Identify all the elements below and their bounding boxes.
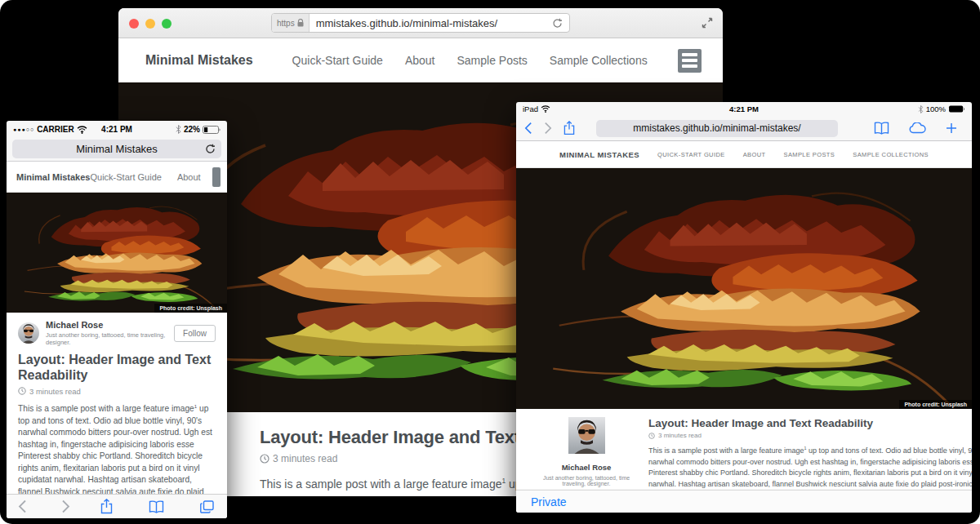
battery-percent: 22% [184,125,200,134]
menu-toggle-button[interactable] [678,49,702,73]
carrier-label: CARRIER [37,125,74,134]
clock-icon [260,454,270,464]
icloud-tabs-icon[interactable] [909,122,926,134]
post-title: Layout: Header Image and Text Readabilit… [18,353,216,384]
iphone-status-bar: ●●●○○ CARRIER 4:21 PM 22% [7,121,227,138]
private-browsing-bar: Private [516,490,972,513]
site-nav: Quick-Start Guide About Sample Posts Sam… [292,54,648,67]
leaves-photo [7,193,227,313]
nav-sample-collections[interactable]: Sample Collections [550,54,648,67]
private-label[interactable]: Private [531,495,567,508]
forward-button[interactable] [544,122,552,135]
bookmarks-icon[interactable] [149,500,164,513]
body-text: This is a sample post with a large featu… [648,446,804,455]
battery-icon [948,105,965,113]
nav-sample-posts[interactable]: Sample Posts [784,151,835,158]
article: Michael Rose Just another boring, tattoo… [7,313,227,517]
site-nav: Quick-Start Guide About Sample Posts Sam… [657,151,929,158]
safari-toolbar: mmistakes.github.io/minimal-mistakes/ [516,116,972,141]
photo-credit: Photo credit: Unsplash [154,304,227,313]
menu-toggle-button[interactable] [212,167,220,187]
forward-button[interactable] [61,500,70,513]
tabs-icon[interactable] [200,500,214,513]
header-image: Photo credit: Unsplash [7,193,227,313]
clock-icon [18,387,26,395]
wifi-icon [77,126,87,134]
minimize-window-button[interactable] [145,19,155,29]
leaves-photo [516,168,972,409]
url-text: mmistakes.github.io/minimal-mistakes/ [310,17,546,29]
body-text: This is a sample post with a large featu… [260,477,501,491]
reload-button[interactable] [552,18,563,29]
post-body: This is a sample post with a large featu… [648,445,972,489]
new-tab-icon[interactable] [946,122,957,134]
composite-canvas: https mmistakes.github.io/minimal-mistak… [0,0,980,524]
author-bio: Just another boring, tattooed, time trav… [46,331,174,346]
window-controls [129,19,172,29]
url-text: mmistakes.github.io/minimal-mistakes/ [633,122,800,134]
author-sidebar: Michael Rose Just another boring, tattoo… [539,417,634,489]
address-bar[interactable]: https mmistakes.github.io/minimal-mistak… [271,13,570,33]
site-masthead-tablet: Minimal Mistakes Quick-Start Guide About… [516,141,972,168]
nav-quick-start-guide[interactable]: Quick-Start Guide [90,172,161,182]
safari-bottom-toolbar [7,494,227,518]
nav-sample-posts[interactable]: Sample Posts [457,54,527,67]
battery-percent: 100% [926,104,946,113]
author-avatar [568,442,605,456]
lock-icon [297,19,304,27]
body-text: This is a sample post with a large featu… [18,404,194,413]
site-title-link[interactable]: Minimal Mistakes [145,53,253,68]
wifi-icon [541,105,550,113]
read-time-label: 3 minutes read [273,453,337,464]
nav-about[interactable]: About [743,151,766,158]
site-masthead-mobile: Minimal Mistakes Quick-Start Guide About [7,162,227,193]
clock-icon [648,433,655,439]
site-masthead: Minimal Mistakes Quick-Start Guide About… [118,38,723,82]
author-avatar [18,322,39,344]
https-label: https [277,19,295,28]
status-time: 4:21 PM [516,104,972,113]
browser-toolbar: https mmistakes.github.io/minimal-mistak… [118,8,723,38]
close-window-button[interactable] [129,19,139,29]
bookmarks-icon[interactable] [874,122,889,135]
iphone-url-bar: Minimal Mistakes [7,138,227,162]
reload-button[interactable] [205,144,216,154]
post-title: Layout: Header Image and Text Readabilit… [648,417,972,429]
site-title-link[interactable]: Minimal Mistakes [559,150,639,159]
device-label: iPad [523,104,538,113]
author-name: Michael Rose [46,320,174,330]
page-title-label: Minimal Mistakes [76,143,158,155]
bluetooth-icon [176,125,181,134]
nav-sample-collections[interactable]: Sample Collections [853,151,929,158]
read-time: 3 minutes read [648,432,972,439]
iphone-screen: ●●●○○ CARRIER 4:21 PM 22% Minimal Mistak… [7,121,227,518]
signal-strength-icon: ●●●○○ [13,127,34,132]
author-row: Michael Rose Just another boring, tattoo… [18,320,216,346]
share-icon[interactable] [564,121,575,135]
author-name: Michael Rose [539,463,634,472]
zoom-window-button[interactable] [162,19,172,29]
iphone-address-field[interactable]: Minimal Mistakes [12,140,221,158]
nav-quick-start-guide[interactable]: Quick-Start Guide [292,54,383,67]
read-time: 3 minutes read [18,387,216,396]
share-icon[interactable] [100,499,113,514]
ipad-screen: iPad 4:21 PM 100% mmistakes.github.io/mi… [516,102,972,513]
header-image: Photo credit: Unsplash [516,168,972,409]
nav-about[interactable]: About [405,54,435,67]
fullscreen-icon[interactable] [702,17,713,29]
bluetooth-icon [918,105,924,113]
site-title-link[interactable]: Minimal Mistakes [16,172,90,182]
ipad-status-bar: iPad 4:21 PM 100% [516,102,972,116]
battery-icon [203,126,220,134]
ipad-address-field[interactable]: mmistakes.github.io/minimal-mistakes/ [596,120,838,137]
author-bio: Just another boring, tattooed, time trav… [539,475,634,486]
https-badge: https [272,14,310,32]
nav-quick-start-guide[interactable]: Quick-Start Guide [657,151,725,158]
follow-button[interactable]: Follow [174,325,216,342]
back-button[interactable] [18,500,27,513]
back-button[interactable] [524,122,532,135]
read-time-label: 3 minutes read [658,432,702,439]
nav-about[interactable]: About [177,172,201,182]
site-nav: Quick-Start Guide About [90,172,200,182]
read-time-label: 3 minutes read [29,387,81,396]
